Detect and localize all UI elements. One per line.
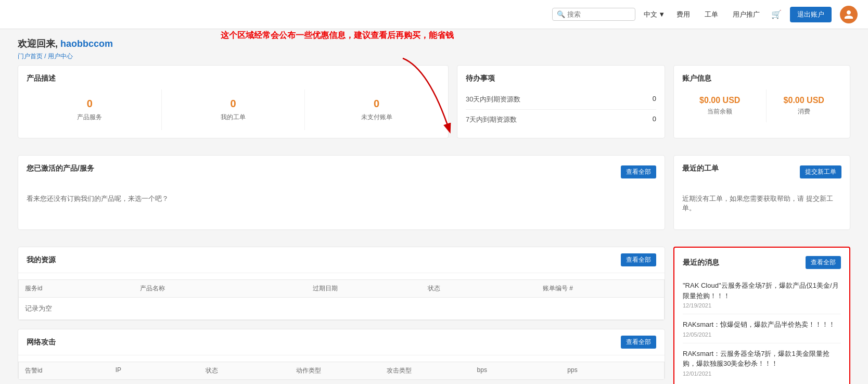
welcome-title: 欢迎回来, haobbccom	[18, 37, 850, 50]
stat-tickets-number: 0	[166, 98, 301, 110]
todo-row-7: 7天内到期资源数 0	[466, 110, 656, 130]
stat-invoices[interactable]: 0 未支付账单	[305, 89, 448, 130]
expense-amount: $0.00 USD	[773, 96, 836, 105]
header: 🔍 中文 ▼ 费用 工单 用户推广 🛒 退出账户	[0, 0, 868, 29]
message-date-2: 12/01/2021	[683, 370, 841, 377]
messages-card: 最近的消息 查看全部 "RAK Cloud"云服务器全场7折，爆款产品仅1美金/…	[673, 247, 850, 384]
col-expiry: 过期日期	[313, 284, 428, 293]
breadcrumb-home[interactable]: 门户首页	[18, 53, 43, 60]
language-selector[interactable]: 中文 ▼	[644, 10, 665, 19]
resources-header: 我的资源 查看全部	[18, 247, 665, 273]
expense-label: 消费	[773, 107, 836, 116]
col-product-name: 产品名称	[140, 284, 313, 293]
username: haobbccom	[60, 39, 113, 49]
stat-invoices-label: 未支付账单	[309, 113, 444, 122]
avatar[interactable]	[840, 6, 858, 23]
search-icon: 🔍	[557, 10, 565, 18]
cart-icon[interactable]: 🛒	[771, 9, 782, 19]
services-card: 您已激活的产品/服务 查看全部 看来您还没有订购我们的产品呢，来选一个吧？	[18, 155, 665, 230]
stat-invoices-number: 0	[309, 98, 444, 110]
nav-item-fees[interactable]: 费用	[673, 8, 693, 21]
resources-title: 我的资源	[27, 255, 56, 265]
tickets-header: 最近的工单 提交新工单	[682, 164, 841, 180]
resources-card: 我的资源 查看全部 服务id 产品名称 过期日期 状态 账单编号 # 记录为空	[18, 247, 665, 321]
product-desc-card: 产品描述 0 产品服务 0 我的工单 0 未支付账单	[18, 65, 449, 138]
col-bps: bps	[477, 366, 568, 375]
messages-view-all-button[interactable]: 查看全部	[806, 256, 841, 269]
message-title-1: RAKsmart：惊爆促销，爆款产品半价热卖！！！！	[683, 319, 841, 330]
stat-products-number: 0	[22, 98, 157, 110]
breadcrumb: 门户首页 / 用户中心	[18, 52, 850, 61]
stats-row: 0 产品服务 0 我的工单 0 未支付账单	[18, 89, 448, 130]
col-ip: IP	[116, 366, 206, 375]
tickets-title: 最近的工单	[682, 164, 719, 173]
services-empty: 看来您还没有订购我们的产品呢，来选一个吧？	[27, 186, 656, 212]
lang-label: 中文	[644, 10, 657, 19]
col-status: 状态	[428, 284, 543, 293]
nav-item-referral[interactable]: 用户推广	[730, 8, 763, 21]
stat-products-label: 产品服务	[22, 113, 157, 122]
todo-card: 待办事项 30天内到期资源数 0 7天内到期资源数 0	[457, 65, 665, 138]
nav-item-tickets[interactable]: 工单	[701, 8, 721, 21]
col-attack-status: 状态	[206, 366, 296, 375]
messages-title: 最近的消息	[683, 258, 719, 267]
message-title-0: "RAK Cloud"云服务器全场7折，爆款产品仅1美金/月限量抢购！！！	[683, 280, 841, 301]
todo-row-30: 30天内到期资源数 0	[466, 89, 656, 110]
col-attack-type: 攻击类型	[387, 366, 477, 375]
account-info-card: 账户信息 $0.00 USD 当前余额 $0.00 USD 消费	[673, 65, 850, 138]
message-item-2[interactable]: RAKsmart：云服务器全场7折，爆款1美金限量抢购，爆款独服30美金秒杀！！…	[683, 343, 841, 380]
tickets-empty: 近期没有工单，如果您需要获取帮助，请 提交新工单。	[682, 186, 841, 221]
stat-products[interactable]: 0 产品服务	[18, 89, 162, 130]
submit-ticket-button[interactable]: 提交新工单	[800, 165, 841, 178]
expense-item: $0.00 USD 消费	[766, 89, 842, 122]
stat-tickets[interactable]: 0 我的工单	[162, 89, 305, 130]
resources-view-all-button[interactable]: 查看全部	[621, 253, 656, 266]
balance-item: $0.00 USD 当前余额	[682, 89, 758, 122]
main-wrapper: 欢迎回来, haobbccom 门户首页 / 用户中心 这个区域经常会公布一些优…	[7, 29, 861, 384]
col-pps: pps	[567, 366, 658, 375]
attack-table-header: 告警id IP 状态 动作类型 攻击类型 bps pps	[18, 362, 665, 379]
services-view-all-button[interactable]: 查看全部	[621, 165, 656, 178]
right-bottom-col: 最近的消息 查看全部 "RAK Cloud"云服务器全场7折，爆款产品仅1美金/…	[673, 247, 850, 384]
resources-table-header: 服务id 产品名称 过期日期 状态 账单编号 #	[18, 279, 665, 297]
chevron-down-icon: ▼	[658, 10, 665, 18]
todo-title: 待办事项	[466, 74, 656, 83]
recent-tickets-card: 最近的工单 提交新工单 近期没有工单，如果您需要获取帮助，请 提交新工单。	[673, 155, 850, 230]
search-box[interactable]: 🔍	[552, 8, 635, 21]
messages-list[interactable]: "RAK Cloud"云服务器全场7折，爆款产品仅1美金/月限量抢购！！！ 12…	[683, 275, 841, 379]
message-item-1[interactable]: RAKsmart：惊爆促销，爆款产品半价热卖！！！！ 12/05/2021	[683, 314, 841, 343]
product-desc-title: 产品描述	[27, 74, 56, 82]
services-header: 您已激活的产品/服务 查看全部	[27, 164, 656, 180]
search-input[interactable]	[567, 10, 635, 18]
message-title-2: RAKsmart：云服务器全场7折，爆款1美金限量抢购，爆款独服30美金秒杀！！…	[683, 349, 841, 369]
network-attack-view-all-button[interactable]: 查看全部	[621, 336, 656, 349]
logout-button[interactable]: 退出账户	[790, 7, 832, 22]
breadcrumb-current: 用户中心	[48, 53, 73, 60]
col-action-type: 动作类型	[296, 366, 387, 375]
balance-amount: $0.00 USD	[688, 96, 751, 105]
message-date-1: 12/05/2021	[683, 331, 841, 338]
col-service-id: 服务id	[25, 284, 140, 293]
services-title: 您已激活的产品/服务	[27, 164, 94, 173]
network-attack-card: 网络攻击 查看全部 告警id IP 状态 动作类型 攻击类型 bps pps	[18, 329, 665, 380]
account-info-title: 账户信息	[682, 74, 841, 83]
resources-empty: 记录为空	[18, 297, 665, 320]
col-invoice: 账单编号 #	[543, 284, 658, 293]
stat-tickets-label: 我的工单	[166, 113, 301, 122]
todo-label-30: 30天内到期资源数	[466, 95, 520, 104]
top-row: 产品描述 0 产品服务 0 我的工单 0 未支付账单 待办事项	[18, 65, 850, 147]
account-info-row: $0.00 USD 当前余额 $0.00 USD 消费	[682, 89, 841, 122]
network-attack-title: 网络攻击	[27, 338, 56, 347]
message-item-0[interactable]: "RAK Cloud"云服务器全场7折，爆款产品仅1美金/月限量抢购！！！ 12…	[683, 275, 841, 314]
message-date-0: 12/19/2021	[683, 302, 841, 309]
middle-row: 您已激活的产品/服务 查看全部 看来您还没有订购我们的产品呢，来选一个吧？ 最近…	[18, 155, 850, 238]
todo-label-7: 7天内到期资源数	[466, 115, 517, 124]
todo-count-30: 0	[653, 95, 656, 104]
left-bottom-col: 我的资源 查看全部 服务id 产品名称 过期日期 状态 账单编号 # 记录为空 …	[18, 247, 665, 384]
todo-count-7: 0	[653, 115, 656, 124]
messages-header: 最近的消息 查看全部	[683, 256, 841, 269]
network-attack-header: 网络攻击 查看全部	[18, 329, 665, 355]
col-alarm-id: 告警id	[25, 366, 116, 375]
bottom-row: 我的资源 查看全部 服务id 产品名称 过期日期 状态 账单编号 # 记录为空 …	[18, 247, 850, 384]
balance-label: 当前余额	[688, 107, 751, 116]
